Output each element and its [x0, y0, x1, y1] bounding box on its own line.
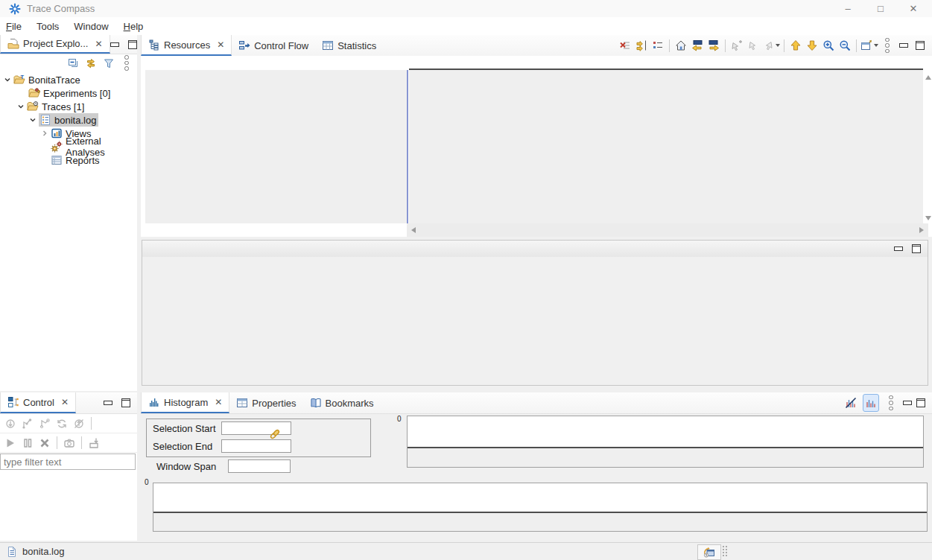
- disconnect-icon[interactable]: [72, 416, 86, 432]
- filter-icon[interactable]: [101, 55, 116, 71]
- previous-marker-icon[interactable]: [746, 37, 761, 54]
- title-bar: Trace Compass – □ ✕: [0, 0, 932, 17]
- tab-bookmarks[interactable]: Bookmarks: [303, 392, 381, 413]
- link-icon[interactable]: [269, 428, 281, 440]
- selection-histogram-chart[interactable]: [407, 416, 924, 468]
- minimize-icon[interactable]: [104, 401, 112, 405]
- new-session-icon[interactable]: [37, 416, 52, 432]
- svg-text:T: T: [21, 74, 25, 80]
- scroll-up-icon[interactable]: [925, 75, 931, 80]
- show-trace-histograms-icon[interactable]: [863, 394, 879, 412]
- import-icon[interactable]: [86, 435, 101, 451]
- close-tab-icon[interactable]: ✕: [95, 39, 102, 49]
- hide-lost-events-icon[interactable]: [843, 395, 858, 411]
- close-tab-icon[interactable]: ✕: [215, 397, 222, 407]
- collapse-all-icon[interactable]: [66, 55, 80, 71]
- tree-item-bonitatrace[interactable]: T BonitaTrace: [0, 73, 137, 86]
- select-next-state-change-icon[interactable]: [706, 37, 721, 54]
- close-tab-icon[interactable]: ✕: [217, 39, 224, 50]
- tree-item-traces[interactable]: Traces [1]: [0, 100, 137, 113]
- window-minimize-button[interactable]: –: [837, 1, 859, 16]
- properties-icon: [236, 397, 248, 409]
- empty-panel-header: [142, 241, 928, 257]
- menu-window[interactable]: Window: [68, 19, 117, 34]
- horizontal-scrollbar[interactable]: [407, 223, 928, 237]
- menu-tools[interactable]: Tools: [31, 19, 68, 34]
- selection-end-input[interactable]: [221, 439, 291, 453]
- maximize-icon[interactable]: [916, 398, 925, 407]
- statistics-icon: [322, 39, 334, 51]
- chevron-down-icon[interactable]: [28, 115, 37, 124]
- full-range-histogram-chart[interactable]: [153, 483, 928, 532]
- stop-icon[interactable]: [37, 435, 52, 451]
- new-connection-icon[interactable]: [20, 416, 35, 432]
- menu-file[interactable]: File: [0, 19, 31, 34]
- zoom-out-icon[interactable]: [837, 37, 852, 54]
- tab-histogram[interactable]: Histogram ✕: [141, 392, 229, 413]
- project-explorer-icon: [7, 38, 19, 50]
- chevron-down-icon[interactable]: [16, 102, 25, 111]
- view-menu-icon[interactable]: [884, 395, 898, 411]
- tab-properties[interactable]: Properties: [229, 392, 302, 413]
- refresh-icon[interactable]: [54, 416, 69, 432]
- background-job-button[interactable]: [697, 544, 721, 560]
- connect-icon[interactable]: [3, 416, 18, 432]
- minimize-icon[interactable]: [110, 42, 119, 47]
- select-previous-state-change-icon[interactable]: [690, 37, 705, 54]
- reset-time-scale-icon[interactable]: [673, 37, 688, 54]
- maximize-icon[interactable]: [913, 37, 928, 54]
- tab-resources[interactable]: Resources ✕: [141, 35, 232, 56]
- chevron-down-icon[interactable]: [874, 44, 878, 47]
- next-marker-icon[interactable]: [762, 37, 780, 54]
- add-bookmark-icon[interactable]: [729, 37, 744, 54]
- scroll-down-icon[interactable]: [925, 216, 931, 220]
- tab-control-flow[interactable]: Control Flow: [232, 35, 315, 56]
- tree-item-bonita-log[interactable]: bonita.log: [0, 113, 137, 127]
- tree-item-label: Reports: [66, 155, 100, 166]
- minimize-icon[interactable]: [896, 37, 911, 54]
- select-previous-resource-icon[interactable]: [788, 37, 803, 54]
- timeline-canvas[interactable]: [409, 70, 923, 223]
- show-legend-icon[interactable]: [650, 37, 665, 54]
- chevron-down-icon[interactable]: [3, 75, 12, 84]
- chevron-right-icon[interactable]: [40, 129, 49, 138]
- scroll-right-icon[interactable]: [919, 227, 924, 233]
- select-next-resource-icon[interactable]: [805, 37, 820, 54]
- window-span-input[interactable]: [228, 459, 291, 473]
- hide-empty-rows-icon[interactable]: [618, 37, 633, 54]
- align-views-icon[interactable]: [634, 37, 649, 54]
- tree-item-experiments[interactable]: Experiments [0]: [0, 86, 137, 100]
- tree-item-external-analyses[interactable]: External Analyses: [0, 140, 137, 153]
- view-menu-icon[interactable]: [880, 37, 895, 54]
- minimize-icon[interactable]: [894, 246, 903, 251]
- pin-view-icon[interactable]: [860, 37, 878, 54]
- view-menu-icon[interactable]: [119, 55, 134, 71]
- bookmarks-icon: [310, 397, 322, 409]
- window-close-button[interactable]: ✕: [902, 1, 925, 16]
- zoom-in-icon[interactable]: [821, 37, 836, 54]
- tab-project-explorer[interactable]: Project Explo... ✕: [0, 35, 110, 54]
- link-with-editor-icon[interactable]: [83, 55, 98, 71]
- tab-control[interactable]: Control ✕: [0, 392, 76, 413]
- minimize-icon[interactable]: [903, 401, 912, 405]
- start-icon[interactable]: [3, 435, 18, 451]
- resources-tree-area[interactable]: [141, 70, 407, 223]
- scroll-left-icon[interactable]: [411, 227, 416, 233]
- tab-label: Control: [23, 397, 54, 408]
- maximize-icon[interactable]: [912, 244, 921, 253]
- maximize-icon[interactable]: [128, 40, 137, 49]
- maximize-icon[interactable]: [121, 398, 130, 407]
- filter-input[interactable]: [0, 454, 136, 470]
- record-snapshot-icon[interactable]: [62, 435, 77, 451]
- tab-statistics[interactable]: Statistics: [315, 35, 383, 56]
- control-flow-icon: [238, 39, 250, 51]
- close-tab-icon[interactable]: ✕: [61, 397, 69, 407]
- menu-help[interactable]: Help: [118, 19, 153, 34]
- pause-icon[interactable]: [20, 435, 35, 451]
- project-explorer-toolbar: [0, 54, 137, 71]
- window-maximize-button[interactable]: □: [869, 1, 892, 16]
- chevron-down-icon[interactable]: [776, 44, 780, 47]
- status-trace-name: bonita.log: [22, 546, 64, 557]
- tab-label: Properties: [252, 398, 296, 409]
- resources-icon: [148, 39, 160, 51]
